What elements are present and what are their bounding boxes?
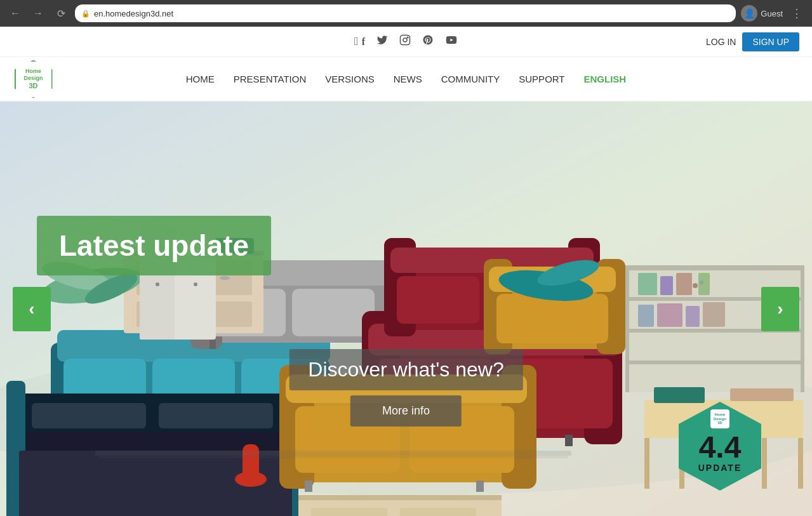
nav-presentation[interactable]: PRESENTATION <box>234 74 306 84</box>
svg-rect-49 <box>305 480 312 492</box>
latest-update-text: Latest update <box>59 229 249 262</box>
social-icons:  f <box>354 34 458 49</box>
main-nav: HOME PRESENTATION VERSIONS NEWS COMMUNIT… <box>186 74 626 84</box>
version-hexagon: HomeDesign3D 4.4 UPDATE <box>679 402 761 491</box>
svg-rect-79 <box>730 388 794 401</box>
svg-rect-70 <box>703 302 725 327</box>
instagram-icon[interactable] <box>399 34 411 49</box>
version-logo-icon: HomeDesign3D <box>710 409 729 428</box>
svg-rect-93 <box>311 508 387 516</box>
svg-rect-77 <box>762 438 767 489</box>
svg-rect-61 <box>625 265 629 392</box>
slider-next-button[interactable]: › <box>761 287 799 331</box>
latest-update-badge: Latest update <box>37 216 271 275</box>
svg-rect-75 <box>798 438 803 489</box>
svg-rect-81 <box>243 444 259 481</box>
svg-rect-67 <box>638 305 654 327</box>
user-avatar: 👤 <box>741 5 757 22</box>
svg-rect-55 <box>496 294 608 343</box>
nav-versions[interactable]: VERSIONS <box>325 74 375 84</box>
site-header:  f LOG IN SIGN UP <box>0 27 812 57</box>
svg-rect-69 <box>686 306 700 327</box>
reload-button[interactable]: ⟳ <box>52 4 70 22</box>
lock-icon: 🔒 <box>81 10 90 18</box>
svg-rect-97 <box>95 451 571 456</box>
svg-rect-50 <box>476 480 484 492</box>
svg-rect-98 <box>98 456 568 458</box>
version-badge: HomeDesign3D 4.4 UPDATE <box>679 402 761 491</box>
svg-rect-107 <box>194 282 197 286</box>
signup-button[interactable]: SIGN UP <box>742 32 799 51</box>
nav-english[interactable]: ENGLISH <box>584 74 627 84</box>
discover-text: Discover what's new? <box>289 349 522 390</box>
svg-rect-0 <box>400 36 409 45</box>
svg-rect-66 <box>698 273 710 295</box>
version-number: 4.4 <box>699 432 742 463</box>
version-update-label: UPDATE <box>698 463 742 473</box>
nav-home[interactable]: HOME <box>186 74 215 84</box>
svg-rect-65 <box>676 273 692 295</box>
svg-rect-60 <box>625 361 803 364</box>
address-bar[interactable]: 🔒 en.homedesign3d.net <box>75 4 736 22</box>
svg-rect-106 <box>156 282 159 286</box>
user-name: Guest <box>761 9 783 18</box>
svg-rect-36 <box>565 435 573 446</box>
nav-support[interactable]: SUPPORT <box>519 74 564 84</box>
svg-rect-74 <box>644 438 649 489</box>
svg-rect-16 <box>32 403 146 428</box>
pinterest-icon[interactable] <box>422 34 434 49</box>
hero-slider: Latest update Discover what's new? More … <box>0 102 812 516</box>
svg-rect-17 <box>159 403 273 428</box>
svg-point-89 <box>220 276 230 280</box>
svg-point-72 <box>700 281 703 284</box>
svg-rect-94 <box>400 508 476 516</box>
svg-rect-57 <box>625 265 803 270</box>
svg-rect-41 <box>397 276 479 324</box>
login-button[interactable]: LOG IN <box>706 37 736 47</box>
svg-rect-68 <box>657 303 682 327</box>
youtube-icon[interactable] <box>445 34 458 49</box>
nav-community[interactable]: COMMUNITY <box>441 74 500 84</box>
svg-rect-92 <box>298 495 502 500</box>
svg-rect-27 <box>210 340 216 349</box>
svg-rect-62 <box>801 265 804 392</box>
auth-buttons: LOG IN SIGN UP <box>706 32 799 51</box>
svg-point-71 <box>693 283 698 288</box>
svg-rect-78 <box>654 387 705 403</box>
site-nav: HomeDesign3D HOME PRESENTATION VERSIONS … <box>0 57 812 102</box>
twitter-icon[interactable] <box>376 34 388 49</box>
facebook-icon[interactable]:  f <box>354 35 365 48</box>
nav-news[interactable]: NEWS <box>394 74 422 84</box>
more-info-button[interactable]: More info <box>350 395 462 427</box>
svg-point-1 <box>403 38 407 42</box>
url-text: en.homedesign3d.net <box>94 9 173 18</box>
browser-chrome: ← → ⟳ 🔒 en.homedesign3d.net 👤 Guest ⋮ <box>0 0 812 27</box>
back-button[interactable]: ← <box>6 4 24 22</box>
browser-user: 👤 Guest <box>741 5 783 22</box>
svg-rect-64 <box>660 276 673 295</box>
svg-rect-63 <box>638 273 657 295</box>
slider-prev-button[interactable]: ‹ <box>13 287 51 331</box>
discover-overlay: Discover what's new? More info <box>289 349 522 427</box>
svg-point-2 <box>407 37 408 38</box>
site-logo[interactable]: HomeDesign3D <box>13 58 54 100</box>
browser-menu-button[interactable]: ⋮ <box>788 4 806 22</box>
forward-button[interactable]: → <box>29 4 47 22</box>
